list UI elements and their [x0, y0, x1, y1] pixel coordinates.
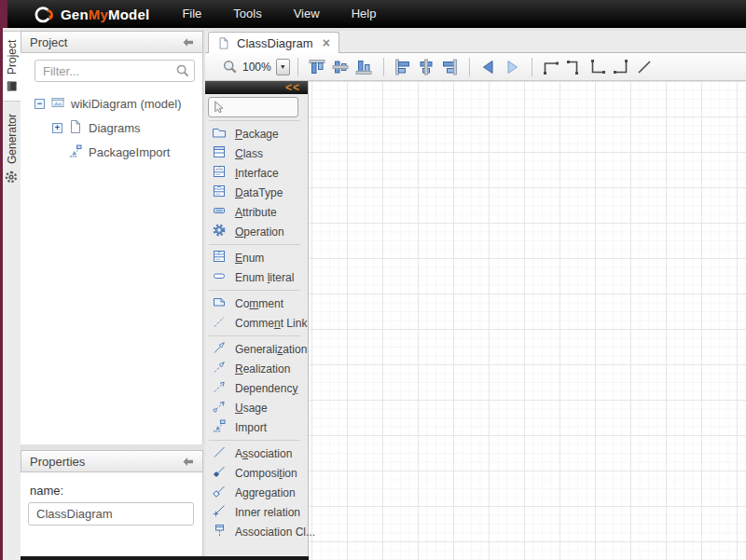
palette-item-label: Inner relation [235, 506, 300, 519]
palette-item-comment[interactable]: Comment [205, 294, 308, 313]
conn-elbow-down-button[interactable] [563, 56, 587, 78]
name-field-label: name: [30, 484, 191, 498]
enum-icon: «E» [212, 249, 227, 266]
palette-item-datatype[interactable]: «D»DataType [205, 183, 308, 202]
conn-corner-left-button[interactable] [587, 56, 610, 78]
filter-input[interactable] [35, 60, 195, 82]
palette-item-label: Interface [235, 167, 279, 180]
align-middle-button[interactable] [329, 56, 352, 78]
project-panel-header: Project [21, 31, 203, 53]
project-box-icon [6, 80, 19, 92]
genmymodel-logo[interactable]: GenMyModel [28, 5, 149, 24]
palette-item-label: Import [235, 421, 267, 434]
palette-item-realization[interactable]: Realization [205, 359, 308, 378]
palette-item-interface[interactable]: «I»Interface [205, 163, 308, 183]
palette-item-enum[interactable]: «E»Enum [205, 248, 308, 267]
cloud-logo-icon [28, 5, 56, 24]
top-menubar: GenMyModel FileToolsViewHelp [0, 0, 746, 28]
sidebar-tab-generator[interactable]: Generator [3, 106, 21, 192]
package-icon [212, 125, 227, 143]
diagram-icon [68, 119, 83, 137]
palette-item-dependency[interactable]: Dependency [205, 378, 308, 398]
align-left-button[interactable] [392, 56, 415, 78]
sidebar-tab-label: Generator [6, 114, 19, 164]
toolbar-separator [383, 58, 384, 76]
palette-divider [209, 335, 300, 336]
tab-close-icon[interactable]: × [323, 37, 330, 48]
toolbar-separator [532, 58, 532, 76]
palette-item-label: Generalization [235, 343, 307, 356]
tree-item-packageimport[interactable]: «I»PackageImport [21, 140, 202, 164]
conn-elbow-up-button[interactable] [540, 56, 563, 78]
tree-item-label: PackageImport [89, 145, 170, 159]
align-bottom-button[interactable] [352, 56, 376, 78]
project-tree: −wikiDiagram (model)+Diagrams«I»PackageI… [21, 91, 202, 164]
flip-left-button[interactable] [477, 56, 501, 78]
gear-icon [5, 170, 20, 184]
palette-item-label: Comment [235, 297, 283, 310]
menu-view[interactable]: View [278, 0, 336, 28]
tree-expander-minus-icon[interactable]: − [35, 99, 45, 109]
palette-item-class[interactable]: Class [205, 143, 308, 163]
operation-icon [212, 223, 227, 240]
align-center-button[interactable] [415, 56, 438, 78]
palette-item-enum-literal[interactable]: Enum literal [205, 267, 308, 287]
toolbar-separator [297, 58, 298, 76]
palette-header: << [205, 81, 308, 94]
association-class-icon [212, 523, 227, 540]
zoom-value: 100% [242, 61, 271, 74]
palette-item-inner-relation[interactable]: Inner relation [205, 502, 308, 522]
zoom-control: 100% ▼ [222, 59, 290, 75]
palette-item-association-cl[interactable]: Association Cl... [205, 522, 308, 541]
palette-collapse-button[interactable]: << [285, 82, 300, 93]
usage-icon [212, 399, 227, 417]
flip-right-button[interactable] [501, 56, 524, 78]
palette-item-package[interactable]: Package [205, 124, 308, 143]
conn-corner-right-button[interactable] [610, 56, 633, 78]
zoom-dropdown-button[interactable]: ▼ [276, 59, 290, 75]
palette-item-aggregation[interactable]: Aggregation [205, 483, 308, 502]
conn-straight-button[interactable] [633, 56, 656, 78]
menu-file[interactable]: File [166, 0, 217, 28]
palette-item-composition[interactable]: Composition [205, 463, 308, 483]
menu-help[interactable]: Help [336, 0, 393, 28]
collapse-left-icon[interactable] [182, 457, 194, 467]
sidebar-tab-project[interactable]: Project [3, 31, 21, 102]
svg-text:«D»: «D» [214, 185, 224, 191]
palette-item-label: Class [235, 147, 263, 160]
svg-text:«I»: «I» [70, 153, 77, 158]
palette-item-comment-link[interactable]: Comment Link [205, 313, 308, 333]
enum-literal-icon [212, 268, 227, 286]
comment-link-icon [212, 314, 227, 332]
palette-item-label: Enum [235, 252, 264, 265]
collapse-left-icon[interactable] [182, 37, 194, 48]
palette-item-import[interactable]: «I»Import [205, 417, 308, 437]
palette-item-attribute[interactable]: Attribute [205, 202, 308, 222]
align-right-button[interactable] [438, 56, 462, 78]
palette-item-label: Usage [235, 402, 268, 415]
tab-classdiagram[interactable]: ClassDiagram × [208, 32, 339, 53]
import-icon: «I» [68, 143, 83, 161]
svg-text:«E»: «E» [214, 251, 224, 256]
search-icon [175, 63, 190, 78]
aggregation-icon [212, 484, 227, 501]
align-top-button[interactable] [306, 56, 329, 78]
menu-tools[interactable]: Tools [217, 0, 277, 28]
selection-tool-button[interactable] [208, 97, 298, 117]
diagram-tab-icon [217, 36, 230, 50]
palette-item-generalization[interactable]: Generalization [205, 339, 308, 359]
tree-expander-plus-icon[interactable]: + [52, 123, 62, 133]
palette-item-usage[interactable]: Usage [205, 398, 308, 417]
properties-panel-title: Properties [30, 455, 85, 469]
tree-item-diagrams[interactable]: +Diagrams [21, 116, 202, 140]
palette-item-label: Comment Link [235, 317, 307, 330]
tree-item-wikidiagram-model[interactable]: −wikiDiagram (model) [21, 91, 202, 116]
palette-item-association[interactable]: Association [205, 444, 308, 463]
palette-item-operation[interactable]: Operation [205, 222, 308, 241]
zoom-magnifier-icon [222, 59, 238, 75]
palette-item-label: Operation [235, 225, 284, 239]
palette-item-label: Composition [235, 467, 297, 480]
palette-item-label: Association [235, 447, 292, 460]
menubar: FileToolsViewHelp [166, 0, 392, 28]
name-field[interactable] [28, 502, 194, 526]
